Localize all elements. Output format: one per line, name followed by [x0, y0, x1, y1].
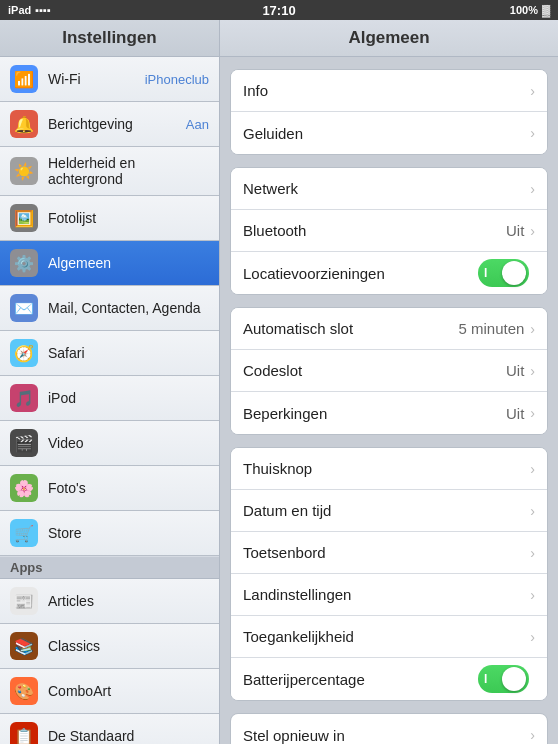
battery-icon: ▓ [542, 4, 550, 16]
sidebar: Instellingen 📶 Wi-Fi iPhoneclub 🔔 Berich… [0, 20, 220, 744]
codeslot-label: Codeslot [243, 362, 506, 379]
bluetooth-value: Uit [506, 222, 524, 239]
algemeen-icon: ⚙️ [10, 249, 38, 277]
articles-icon: 📰 [10, 587, 38, 615]
fotos-icon: 🌸 [10, 474, 38, 502]
articles-label: Articles [48, 593, 209, 609]
netwerk-label: Netwerk [243, 180, 530, 197]
store-icon: 🛒 [10, 519, 38, 547]
landinstellingen-row[interactable]: Landinstellingen › [231, 574, 547, 616]
toggle-thumb [502, 261, 526, 285]
sidebar-item-store[interactable]: 🛒 Store [0, 511, 219, 556]
helderheid-icon: ☀️ [10, 157, 38, 185]
sidebar-title: Instellingen [0, 20, 219, 57]
toegankelijkheid-row[interactable]: Toegankelijkheid › [231, 616, 547, 658]
sidebar-item-ipod[interactable]: 🎵 iPod [0, 376, 219, 421]
geluiden-row[interactable]: Geluiden › [231, 112, 547, 154]
sidebar-item-video[interactable]: 🎬 Video [0, 421, 219, 466]
beperkingen-label: Beperkingen [243, 405, 506, 422]
sidebar-item-wifi[interactable]: 📶 Wi-Fi iPhoneclub [0, 57, 219, 102]
settings-group-5: Stel opnieuw in › [230, 713, 548, 744]
netwerk-row[interactable]: Netwerk › [231, 168, 547, 210]
video-icon: 🎬 [10, 429, 38, 457]
netwerk-chevron: › [530, 181, 535, 197]
toetsenbord-chevron: › [530, 545, 535, 561]
sidebar-item-comboart[interactable]: 🎨 ComboArt [0, 669, 219, 714]
wifi-label: Wi-Fi [48, 71, 145, 87]
locatie-row[interactable]: Locatievoorzieningen I [231, 252, 547, 294]
algemeen-label: Algemeen [48, 255, 209, 271]
bluetooth-row[interactable]: Bluetooth Uit › [231, 210, 547, 252]
signal-icon: ▪▪▪▪ [35, 4, 51, 16]
status-bar-right: 100% ▓ [510, 4, 550, 16]
settings-group-4: Thuisknop › Datum en tijd › Toetsenbord … [230, 447, 548, 701]
ipod-icon: 🎵 [10, 384, 38, 412]
toegankelijkheid-chevron: › [530, 629, 535, 645]
sidebar-item-safari[interactable]: 🧭 Safari [0, 331, 219, 376]
sidebar-item-classics[interactable]: 📚 Classics [0, 624, 219, 669]
sidebar-item-berichtgeving[interactable]: 🔔 Berichtgeving Aan [0, 102, 219, 147]
comboart-icon: 🎨 [10, 677, 38, 705]
berichtgeving-badge: Aan [186, 117, 209, 132]
apps-section-header: Apps [0, 556, 219, 579]
beperkingen-value: Uit [506, 405, 524, 422]
sidebar-item-fotolijst[interactable]: 🖼️ Fotolijst [0, 196, 219, 241]
batterij-toggle-thumb [502, 667, 526, 691]
right-panel: Algemeen Info › Geluiden › Netwerk › [220, 20, 558, 744]
batterij-row[interactable]: Batterijpercentage I [231, 658, 547, 700]
helderheid-label: Helderheid en achtergrond [48, 155, 209, 187]
mail-label: Mail, Contacten, Agenda [48, 300, 209, 316]
datum-row[interactable]: Datum en tijd › [231, 490, 547, 532]
mail-icon: ✉️ [10, 294, 38, 322]
thuisknop-label: Thuisknop [243, 460, 530, 477]
codeslot-row[interactable]: Codeslot Uit › [231, 350, 547, 392]
status-bar: iPad ▪▪▪▪ 17:10 100% ▓ [0, 0, 558, 20]
landinstellingen-chevron: › [530, 587, 535, 603]
stel-chevron: › [530, 727, 535, 743]
locatie-label: Locatievoorzieningen [243, 265, 478, 282]
datum-chevron: › [530, 503, 535, 519]
sidebar-item-helderheid[interactable]: ☀️ Helderheid en achtergrond [0, 147, 219, 196]
toetsenbord-label: Toetsenbord [243, 544, 530, 561]
status-time: 17:10 [262, 3, 295, 18]
geluiden-chevron: › [530, 125, 535, 141]
safari-icon: 🧭 [10, 339, 38, 367]
autoslot-chevron: › [530, 321, 535, 337]
classics-label: Classics [48, 638, 209, 654]
autoslot-row[interactable]: Automatisch slot 5 minuten › [231, 308, 547, 350]
device-label: iPad [8, 4, 31, 16]
fotolijst-icon: 🖼️ [10, 204, 38, 232]
batterij-toggle[interactable]: I [478, 665, 529, 693]
status-bar-left: iPad ▪▪▪▪ [8, 4, 51, 16]
comboart-label: ComboArt [48, 683, 209, 699]
sidebar-item-mail[interactable]: ✉️ Mail, Contacten, Agenda [0, 286, 219, 331]
right-panel-content: Info › Geluiden › Netwerk › Bluetooth Ui… [220, 57, 558, 744]
bluetooth-chevron: › [530, 223, 535, 239]
info-row[interactable]: Info › [231, 70, 547, 112]
video-label: Video [48, 435, 209, 451]
destandaard-label: De Standaard [48, 728, 209, 744]
destandaard-icon: 📋 [10, 722, 38, 744]
stel-row[interactable]: Stel opnieuw in › [231, 714, 547, 744]
thuisknop-chevron: › [530, 461, 535, 477]
datum-label: Datum en tijd [243, 502, 530, 519]
autoslot-label: Automatisch slot [243, 320, 458, 337]
main-container: Instellingen 📶 Wi-Fi iPhoneclub 🔔 Berich… [0, 20, 558, 744]
sidebar-item-destandaard[interactable]: 📋 De Standaard [0, 714, 219, 744]
classics-icon: 📚 [10, 632, 38, 660]
geluiden-label: Geluiden [243, 125, 530, 142]
sidebar-item-fotos[interactable]: 🌸 Foto's [0, 466, 219, 511]
locatie-toggle[interactable]: I [478, 259, 529, 287]
stel-label: Stel opnieuw in [243, 727, 530, 744]
fotos-label: Foto's [48, 480, 209, 496]
sidebar-item-algemeen[interactable]: ⚙️ Algemeen [0, 241, 219, 286]
batterij-label: Batterijpercentage [243, 671, 478, 688]
toetsenbord-row[interactable]: Toetsenbord › [231, 532, 547, 574]
beperkingen-row[interactable]: Beperkingen Uit › [231, 392, 547, 434]
safari-label: Safari [48, 345, 209, 361]
berichtgeving-icon: 🔔 [10, 110, 38, 138]
sidebar-item-articles[interactable]: 📰 Articles [0, 579, 219, 624]
autoslot-value: 5 minuten [458, 320, 524, 337]
ipod-label: iPod [48, 390, 209, 406]
thuisknop-row[interactable]: Thuisknop › [231, 448, 547, 490]
